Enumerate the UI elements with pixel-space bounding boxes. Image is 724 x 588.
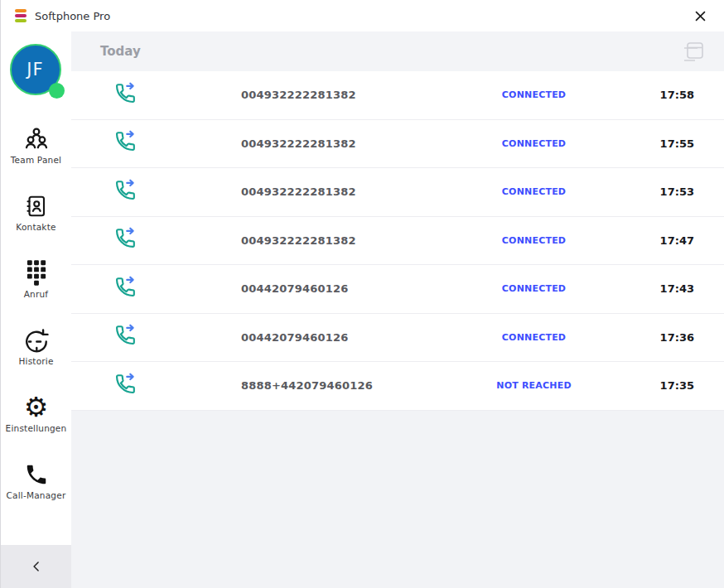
- call-history-list: 004932222281382 CONNECTED 17:58 00493222…: [71, 71, 724, 411]
- call-number: 00442079460126: [241, 331, 448, 344]
- close-icon[interactable]: [689, 5, 711, 27]
- sidebar-item-historie[interactable]: Historie: [1, 326, 71, 366]
- call-number: 004932222281382: [241, 186, 448, 198]
- call-manager-phone-icon: [24, 460, 49, 488]
- call-status: CONNECTED: [448, 138, 620, 149]
- call-time: 17:47: [620, 234, 694, 247]
- sidebar-item-label: Historie: [18, 356, 53, 366]
- outgoing-call-icon: [113, 323, 241, 351]
- sidebar-item-label: Call-Manager: [7, 490, 66, 500]
- sidebar-item-label: Anruf: [24, 289, 49, 299]
- call-history-panel: Today 004932222281382 CONNECTED 17:58: [71, 31, 724, 588]
- contacts-icon: [24, 192, 49, 219]
- call-time: 17:55: [620, 137, 694, 150]
- call-time: 17:36: [620, 331, 694, 344]
- chevron-left-icon: [28, 558, 45, 575]
- call-number: 004932222281382: [241, 137, 448, 150]
- call-time: 17:58: [620, 89, 694, 101]
- call-status: CONNECTED: [448, 332, 620, 343]
- call-time: 17:43: [620, 282, 694, 295]
- dialpad-icon: [25, 259, 48, 287]
- call-number: 8888+442079460126: [241, 379, 448, 392]
- outgoing-call-icon: [113, 226, 241, 254]
- call-status: CONNECTED: [448, 235, 620, 246]
- outgoing-call-icon: [113, 372, 241, 400]
- outgoing-call-icon: [113, 178, 241, 206]
- copy-icon[interactable]: [681, 39, 706, 64]
- team-panel-icon: [23, 125, 50, 152]
- sidebar-item-label: Team Panel: [11, 155, 61, 165]
- call-number: 00442079460126: [241, 282, 448, 295]
- sidebar-collapse-button[interactable]: [1, 545, 71, 588]
- call-history-row[interactable]: 8888+442079460126 NOT REACHED 17:35: [71, 362, 724, 411]
- call-status: CONNECTED: [448, 186, 620, 197]
- call-number: 004932222281382: [241, 234, 448, 247]
- outgoing-call-icon: [113, 275, 241, 303]
- call-number: 004932222281382: [241, 89, 448, 101]
- outgoing-call-icon: [113, 129, 241, 157]
- outgoing-call-icon: [113, 81, 241, 109]
- call-history-row[interactable]: 004932222281382 CONNECTED 17:58: [71, 71, 724, 120]
- sidebar-item-label: Einstellungen: [6, 423, 67, 433]
- title-bar: Softphone Pro: [1, 0, 724, 31]
- presence-status-dot: [49, 83, 65, 99]
- sidebar-item-label: Kontakte: [16, 222, 56, 232]
- call-history-row[interactable]: 004932222281382 CONNECTED 17:55: [71, 120, 724, 169]
- call-time: 17:35: [620, 379, 694, 392]
- sidebar-item-call-manager[interactable]: Call-Manager: [1, 460, 71, 500]
- settings-gear-icon: ⚙: [24, 393, 49, 421]
- call-history-row[interactable]: 004932222281382 CONNECTED 17:53: [71, 168, 724, 217]
- date-group-label: Today: [100, 44, 141, 59]
- sidebar-item-team-panel[interactable]: Team Panel: [1, 125, 71, 165]
- list-header: Today: [71, 31, 724, 71]
- sidebar-item-anruf[interactable]: Anruf: [1, 259, 71, 299]
- call-status: CONNECTED: [448, 283, 620, 294]
- sidebar-nav: Team Panel Kontakte: [1, 125, 71, 528]
- history-icon: [22, 326, 51, 354]
- softphone-pro-logo: [15, 9, 27, 22]
- user-avatar[interactable]: JF: [10, 44, 63, 97]
- sidebar-item-kontakte[interactable]: Kontakte: [1, 192, 71, 232]
- call-history-row[interactable]: 00442079460126 CONNECTED 17:36: [71, 314, 724, 363]
- call-status: NOT REACHED: [448, 380, 620, 391]
- call-status: CONNECTED: [448, 89, 620, 100]
- call-time: 17:53: [620, 186, 694, 198]
- sidebar-item-einstellungen[interactable]: ⚙ Einstellungen: [1, 393, 71, 433]
- call-history-row[interactable]: 004932222281382 CONNECTED 17:47: [71, 217, 724, 266]
- window-title: Softphone Pro: [35, 10, 110, 22]
- sidebar: JF Team Panel: [1, 31, 71, 588]
- call-history-row[interactable]: 00442079460126 CONNECTED 17:43: [71, 265, 724, 314]
